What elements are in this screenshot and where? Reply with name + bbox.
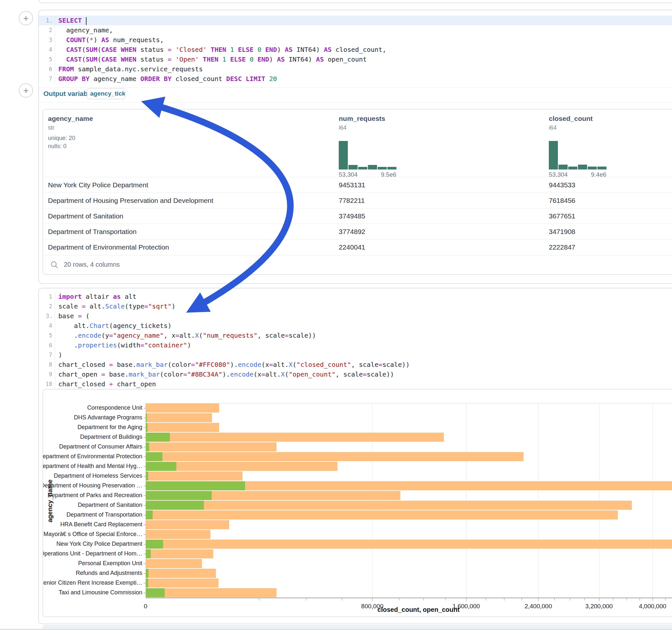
open_count-bar [146, 491, 212, 500]
code-text: COUNT(*) AS num_requests, [55, 35, 164, 45]
sql-code-editor[interactable]: 1⌄SELECT 2 agency_name,3 COUNT(*) AS num… [39, 16, 672, 83]
line-number: 7 [39, 350, 55, 360]
python-line-4[interactable]: 4 alt.Chart(agency_tickets) [39, 321, 672, 331]
table-row[interactable]: New York City Police Department945313194… [43, 177, 672, 193]
y-axis-label: Department of Consumer Affairs [59, 443, 142, 450]
x-tick [504, 598, 504, 601]
sql-line-5[interactable]: 5 CAST(SUM(CASE WHEN status = 'Open' THE… [39, 54, 672, 64]
python-line-2[interactable]: 2scale = alt.Scale(type="sqrt") [39, 301, 672, 311]
column-stat: nulls: 0 [48, 143, 67, 150]
closed_count-bar [146, 549, 213, 558]
code-text: CAST(SUM(CASE WHEN status = 'Closed' THE… [55, 45, 386, 54]
table-cell: Department of Housing Preservation and D… [48, 193, 213, 209]
open_count-bar [146, 481, 245, 490]
open_count-bar [146, 433, 170, 442]
table-row[interactable]: Department of Sanitation37494853677651 [43, 208, 672, 224]
sql-line-7[interactable]: 7GROUP BY agency_name ORDER BY closed_co… [39, 74, 672, 83]
x-tick [665, 598, 666, 601]
python-line-7[interactable]: 7) [39, 350, 672, 360]
add-cell-button-top[interactable]: + [19, 11, 33, 25]
sql-line-6[interactable]: 6FROM sample_data.nyc.service_requests [39, 64, 672, 74]
x-tick [640, 598, 640, 601]
column-header-closed_count[interactable]: closed_count [549, 115, 593, 122]
line-number: 7 [39, 74, 55, 83]
output-variable-input[interactable]: agency_tickets [87, 88, 125, 99]
x-tick [466, 598, 466, 601]
table-cell: 3677651 [549, 209, 575, 224]
table-cell: 3471908 [549, 224, 575, 240]
sql-line-4[interactable]: 4 CAST(SUM(CASE WHEN status = 'Closed' T… [39, 45, 672, 54]
x-axis-tick-label: 3,200,000 [585, 603, 613, 610]
dataframe-footer: 20 rows, 4 columns [43, 255, 672, 274]
closed_count-bar [146, 452, 524, 461]
x-tick [652, 598, 653, 601]
table-row[interactable]: Department of Housing Preservation and D… [43, 193, 672, 209]
line-number: 4 [39, 321, 55, 331]
sql-line-1[interactable]: 1⌄SELECT [39, 16, 672, 25]
table-cell: Department of Environmental Protection [48, 240, 169, 255]
code-text: GROUP BY agency_name ORDER BY closed_cou… [55, 74, 277, 83]
code-text: chart_open = base.mark_bar(color="#8BC34… [55, 369, 394, 379]
python-line-9[interactable]: 9chart_open = base.mark_bar(color="#8BC3… [39, 369, 672, 379]
table-cell: Department of Sanitation [48, 209, 123, 224]
x-tick [522, 598, 522, 601]
python-line-10[interactable]: 10chart_closed + chart_open [39, 379, 672, 389]
x-tick [342, 598, 342, 601]
code-text: CAST(SUM(CASE WHEN status = 'Open' THEN … [55, 54, 367, 64]
line-number: 2 [39, 25, 55, 35]
closed_count-bar [146, 433, 444, 442]
column-header-num_requests[interactable]: num_requests [339, 115, 385, 122]
open_count-bar [146, 471, 148, 481]
gridline [599, 403, 599, 598]
line-number: 6 [39, 340, 55, 350]
y-axis-label: Department of Transportation [67, 511, 142, 518]
sql-line-2[interactable]: 2 agency_name, [39, 25, 672, 35]
y-axis-label: HRA Benefit Card Replacement [60, 521, 142, 528]
y-axis-label: Department of Parks and Recreation [48, 492, 142, 499]
table-row[interactable]: Department of Transportation377489234719… [43, 224, 672, 240]
divider [39, 102, 672, 103]
table-cell: 3774892 [339, 224, 365, 240]
line-number: 1⌄ [39, 16, 55, 25]
search-icon[interactable] [50, 261, 59, 270]
x-tick [570, 598, 570, 601]
python-code-editor[interactable]: 1import altair as alt2scale = alt.Scale(… [39, 292, 672, 389]
code-text: alt.Chart(agency_tickets) [55, 321, 171, 331]
table-row[interactable]: Department of Environmental Protection22… [43, 239, 672, 255]
code-text: agency_name, [55, 25, 113, 35]
code-text: FROM sample_data.nyc.service_requests [55, 64, 203, 74]
closed_count-bar [146, 501, 632, 510]
fold-chevron-icon[interactable]: ⌄ [50, 19, 52, 23]
add-cell-button-output[interactable]: + [19, 83, 33, 98]
closed_count-bar [146, 510, 618, 519]
y-axis-label: Senior Citizen Rent Increase Exempti… [43, 579, 142, 586]
previous-cell-fragment [38, 0, 672, 3]
y-axis-label: DHS Advantage Programs [74, 414, 142, 421]
python-line-3[interactable]: 3⌄base = ( [39, 311, 672, 321]
open_count-bar [146, 569, 148, 578]
column-header-agency_name[interactable]: agency_name [48, 115, 93, 122]
python-line-6[interactable]: 6 .properties(width="container") [39, 340, 672, 350]
y-axis-label: Refunds and Adjustments [76, 570, 142, 577]
y-axis-label: New York City Police Department [56, 540, 142, 547]
y-axis-label: Department of Buildings [80, 434, 142, 440]
line-number: 1 [39, 292, 55, 301]
x-tick [627, 598, 627, 601]
python-line-5[interactable]: 5 .encode(y="agency_name", x=alt.X("num_… [39, 331, 672, 340]
column-type: i64 [339, 124, 346, 131]
column-histogram [549, 141, 606, 169]
python-line-8[interactable]: 8chart_closed = base.mark_bar(color="#FF… [39, 360, 672, 369]
closed_count-bar [146, 471, 242, 481]
line-number: 6 [39, 64, 55, 74]
open_count-bar [146, 442, 149, 452]
x-tick [554, 598, 555, 601]
table-cell: 7618456 [549, 193, 575, 209]
y-axis-label: Department of Sanitation [78, 502, 142, 508]
line-number: 10 [39, 379, 55, 389]
sql-line-3[interactable]: 3 COUNT(*) AS num_requests, [39, 35, 672, 45]
python-line-1[interactable]: 1import altair as alt [39, 292, 672, 301]
fold-chevron-icon[interactable]: ⌄ [50, 314, 52, 319]
x-axis-tick-label: 0 [144, 603, 147, 610]
code-text: import altair as alt [55, 292, 137, 301]
closed_count-bar [146, 539, 672, 549]
